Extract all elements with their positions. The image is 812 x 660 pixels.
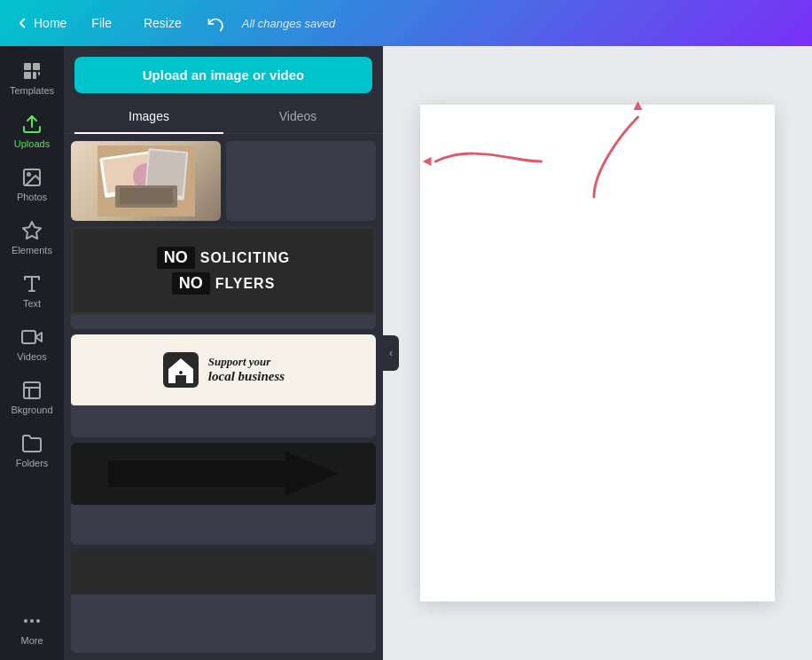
svg-point-13: [24, 619, 27, 623]
sign-row-1: NO SOLICITING: [157, 247, 291, 269]
panel-collapse-button[interactable]: ‹: [383, 335, 399, 371]
sidebar-item-uploads[interactable]: Uploads: [4, 106, 60, 156]
media-thumb-no-solicit[interactable]: NO SOLICITING NO FLYERS: [71, 226, 376, 329]
sidebar: Templates Uploads Photos Elements: [0, 46, 64, 660]
svg-rect-23: [120, 188, 173, 204]
collapse-chevron-icon: ‹: [389, 347, 393, 359]
svg-rect-4: [38, 72, 40, 75]
main-layout: Templates Uploads Photos Elements: [0, 46, 812, 660]
sidebar-item-folders[interactable]: Folders: [4, 426, 60, 475]
sign-row-2: NO FLYERS: [172, 272, 276, 295]
sidebar-item-videos[interactable]: Videos: [4, 319, 60, 369]
photo-collage-svg: [98, 145, 195, 216]
support-line2: local business: [208, 369, 285, 384]
sidebar-item-background[interactable]: Bkground: [4, 373, 60, 422]
upload-button-container: Upload an image or video: [64, 46, 383, 100]
sidebar-item-templates[interactable]: Templates: [4, 53, 60, 103]
media-thumb-partial[interactable]: [71, 550, 376, 653]
bkground-label: Bkground: [11, 405, 52, 415]
more-label: More: [20, 635, 43, 646]
no-box-2: NO: [172, 272, 210, 295]
templates-label: Templates: [10, 85, 54, 96]
sidebar-item-text[interactable]: Text: [4, 266, 60, 316]
flyers-text: FLYERS: [215, 276, 276, 292]
canvas-sheet: [420, 105, 775, 601]
videos-label: Videos: [17, 351, 46, 362]
topbar: Home File Resize All changes saved: [0, 0, 812, 46]
back-home-button[interactable]: Home: [14, 15, 66, 31]
media-thumb-arrow[interactable]: [71, 443, 376, 546]
house-icon: [162, 351, 199, 389]
svg-marker-10: [35, 333, 42, 342]
svg-rect-26: [178, 375, 183, 383]
media-row-1: [71, 141, 376, 221]
tab-images[interactable]: Images: [74, 100, 223, 134]
svg-point-28: [174, 367, 176, 369]
svg-point-15: [36, 619, 40, 623]
panel-tabs: Images Videos: [64, 100, 383, 134]
svg-point-27: [179, 371, 183, 374]
sidebar-item-photos[interactable]: Photos: [4, 160, 60, 209]
upload-media-button[interactable]: Upload an image or video: [74, 57, 372, 93]
svg-point-7: [27, 173, 30, 176]
svg-rect-11: [22, 331, 35, 343]
undo-button[interactable]: [207, 14, 224, 32]
home-label: Home: [34, 16, 66, 30]
media-thumb-support-local[interactable]: Support your local business: [71, 334, 376, 437]
svg-rect-0: [24, 63, 31, 70]
no-solicit-sign: NO SOLICITING NO FLYERS: [71, 226, 376, 315]
svg-point-14: [30, 619, 34, 623]
support-line1: Support your: [208, 355, 285, 369]
svg-rect-2: [24, 72, 31, 79]
uploads-label: Uploads: [14, 138, 50, 149]
arrow-sign: [71, 443, 376, 505]
arrow-svg: [108, 452, 339, 496]
media-thumb-dark1[interactable]: [226, 141, 376, 221]
svg-point-29: [177, 365, 179, 367]
svg-point-31: [184, 367, 186, 369]
svg-rect-3: [33, 72, 36, 79]
file-menu-button[interactable]: File: [84, 12, 119, 34]
svg-rect-12: [24, 382, 40, 398]
photo-preview-1: [71, 141, 221, 221]
elements-label: Elements: [12, 245, 52, 255]
autosave-status: All changes saved: [242, 17, 336, 30]
dark-preview-1: [226, 141, 376, 221]
svg-rect-1: [33, 63, 40, 70]
svg-rect-32: [108, 460, 285, 487]
svg-point-30: [181, 365, 183, 367]
text-label: Text: [23, 298, 41, 309]
photos-label: Photos: [17, 192, 47, 202]
uploads-panel: Upload an image or video Images Videos: [64, 46, 383, 660]
soliciting-text: SOLICITING: [200, 250, 291, 266]
resize-button[interactable]: Resize: [137, 12, 189, 34]
support-local-sign: Support your local business: [71, 334, 376, 405]
media-thumb-photo1[interactable]: [71, 141, 221, 221]
no-box-1: NO: [157, 247, 195, 269]
sidebar-item-more[interactable]: More: [4, 603, 60, 653]
media-grid: NO SOLICITING NO FLYERS: [64, 134, 383, 660]
sidebar-item-elements[interactable]: Elements: [4, 213, 60, 263]
svg-marker-33: [285, 452, 339, 496]
support-text-container: Support your local business: [208, 355, 285, 384]
folders-label: Folders: [16, 458, 49, 468]
canvas-area[interactable]: ‹: [383, 46, 812, 660]
tab-videos[interactable]: Videos: [223, 100, 372, 134]
partial-sign: [71, 550, 376, 594]
